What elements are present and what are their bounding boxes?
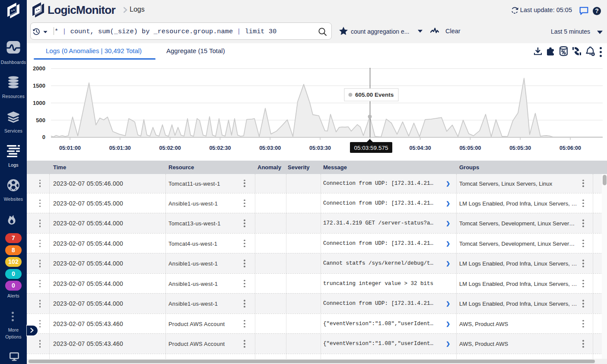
svg-text:05:05:00: 05:05:00 bbox=[459, 145, 481, 151]
svg-text:05:02:30: 05:02:30 bbox=[209, 145, 231, 151]
svg-text:05:03:59.575: 05:03:59.575 bbox=[354, 145, 388, 151]
svg-text:500: 500 bbox=[36, 117, 45, 123]
svg-text:1000: 1000 bbox=[33, 100, 45, 106]
svg-text:05:01:00: 05:01:00 bbox=[59, 145, 81, 151]
svg-text:05:01:30: 05:01:30 bbox=[109, 145, 131, 151]
svg-text:2000: 2000 bbox=[33, 65, 45, 72]
svg-text:605.00 Events: 605.00 Events bbox=[355, 92, 394, 98]
svg-text:05:06:00: 05:06:00 bbox=[559, 145, 581, 151]
svg-text:05:05:30: 05:05:30 bbox=[509, 145, 531, 151]
svg-text:05:03:30: 05:03:30 bbox=[309, 145, 331, 151]
svg-text:0: 0 bbox=[42, 134, 45, 140]
svg-text:05:03:00: 05:03:00 bbox=[259, 145, 281, 151]
svg-text:05:04:30: 05:04:30 bbox=[410, 145, 431, 151]
svg-text:1500: 1500 bbox=[33, 82, 45, 89]
svg-text:05:02:00: 05:02:00 bbox=[159, 145, 181, 151]
